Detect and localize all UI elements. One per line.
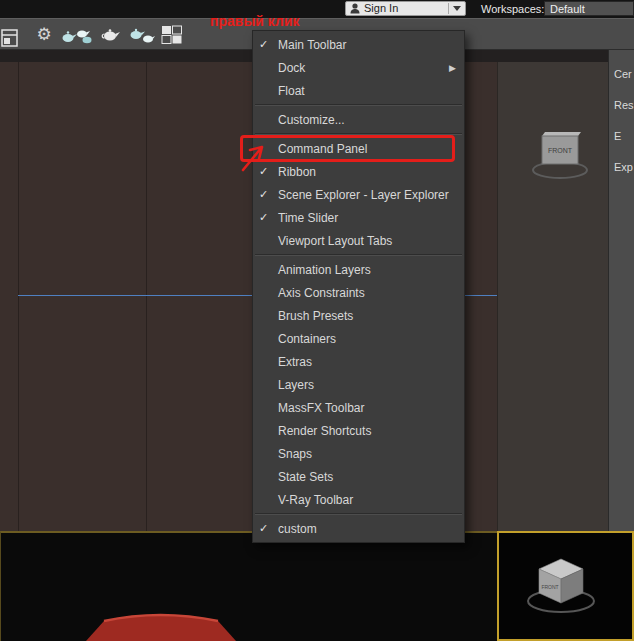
context-menu-list: ✓Main ToolbarDock▶FloatCustomize...Comma… — [253, 33, 464, 540]
menu-item-label: MassFX Toolbar — [278, 401, 459, 415]
viewport-bottom-left[interactable] — [0, 531, 497, 641]
submenu-arrow-icon: ▶ — [449, 63, 456, 73]
settings-gear-icon[interactable]: ⚙ — [32, 22, 56, 48]
menu-item-snaps[interactable]: Snaps — [253, 442, 464, 465]
menu-item-label: Brush Presets — [278, 309, 459, 323]
toolbar-context-menu: ✓Main ToolbarDock▶FloatCustomize...Comma… — [252, 30, 465, 543]
checkmark-icon: ✓ — [259, 211, 278, 224]
menu-item-dock[interactable]: Dock▶ — [253, 56, 464, 79]
right-click-annotation: правый клик — [210, 13, 300, 29]
chevron-down-icon — [453, 6, 461, 11]
menu-item-label: Ribbon — [278, 165, 459, 179]
menu-item-label: Main Toolbar — [278, 38, 459, 52]
divider — [448, 3, 449, 14]
menu-item-label: Render Shortcuts — [278, 424, 459, 438]
command-panel-strip: CerResEExp — [608, 50, 634, 531]
menu-item-scene-explorer-layer-explorer[interactable]: ✓Scene Explorer - Layer Explorer — [253, 183, 464, 206]
menu-item-label: Command Panel — [278, 142, 459, 156]
red-scene-object — [78, 612, 243, 641]
command-panel-partial-label[interactable]: E — [609, 130, 634, 161]
menu-item-label: custom — [278, 522, 459, 536]
menu-item-label: Customize... — [278, 113, 459, 127]
menu-item-main-toolbar[interactable]: ✓Main Toolbar — [253, 33, 464, 56]
workspace-value: Default — [550, 3, 585, 15]
menu-item-label: Axis Constraints — [278, 286, 459, 300]
teapot-pair-icon[interactable] — [126, 22, 156, 48]
menu-item-command-panel[interactable]: Command Panel — [253, 137, 464, 160]
menu-item-render-shortcuts[interactable]: Render Shortcuts — [253, 419, 464, 442]
command-panel-partial-label[interactable]: Res — [609, 99, 634, 130]
menu-item-animation-layers[interactable]: Animation Layers — [253, 258, 464, 281]
menu-item-state-sets[interactable]: State Sets — [253, 465, 464, 488]
menu-item-time-slider[interactable]: ✓Time Slider — [253, 206, 464, 229]
menu-item-label: Containers — [278, 332, 459, 346]
viewcube-perspective[interactable]: FRONT — [519, 551, 603, 625]
menu-item-ribbon[interactable]: ✓Ribbon — [253, 160, 464, 183]
menu-item-massfx-toolbar[interactable]: MassFX Toolbar — [253, 396, 464, 419]
teapot-group-icon[interactable] — [59, 22, 95, 48]
command-panel-partial-label[interactable]: Cer — [609, 68, 634, 99]
menu-item-label: Layers — [278, 378, 459, 392]
menu-item-axis-constraints[interactable]: Axis Constraints — [253, 281, 464, 304]
menu-item-label: State Sets — [278, 470, 459, 484]
annotation-arrow-icon — [234, 134, 276, 176]
menu-item-layers[interactable]: Layers — [253, 373, 464, 396]
menu-item-label: Scene Explorer - Layer Explorer — [278, 188, 459, 202]
menu-item-containers[interactable]: Containers — [253, 327, 464, 350]
uv-checker-icon[interactable] — [158, 22, 186, 48]
menu-item-v-ray-toolbar[interactable]: V-Ray Toolbar — [253, 488, 464, 511]
menu-item-label: V-Ray Toolbar — [278, 493, 459, 507]
menu-item-viewport-layout-tabs[interactable]: Viewport Layout Tabs — [253, 229, 464, 252]
workspaces-label: Workspaces: — [481, 3, 544, 15]
user-icon — [350, 3, 360, 14]
checkmark-icon: ✓ — [259, 522, 278, 535]
menu-item-label: Viewport Layout Tabs — [278, 234, 459, 248]
command-panel-partial-label[interactable]: Exp — [609, 161, 634, 192]
viewcube-perspective-label: FRONT — [541, 584, 558, 590]
checkmark-icon: ✓ — [259, 188, 278, 201]
menu-item-label: Dock — [278, 61, 449, 75]
checkmark-icon: ✓ — [259, 38, 278, 51]
sign-in-label: Sign In — [364, 2, 444, 15]
menu-separator — [255, 104, 462, 106]
menu-item-brush-presets[interactable]: Brush Presets — [253, 304, 464, 327]
viewcube-front[interactable]: FRONT — [524, 126, 598, 182]
menu-item-label: Float — [278, 84, 459, 98]
viewcube-front-label: FRONT — [548, 147, 573, 154]
viewport-layout-icon[interactable] — [1, 28, 19, 48]
menu-item-label: Time Slider — [278, 211, 459, 225]
menu-item-label: Animation Layers — [278, 263, 459, 277]
grid-line — [146, 62, 147, 531]
teapot-export-icon[interactable] — [98, 22, 124, 48]
menu-item-label: Snaps — [278, 447, 459, 461]
menu-item-customize[interactable]: Customize... — [253, 108, 464, 131]
titlebar: Sign In Workspaces: Default — [0, 0, 634, 18]
menu-separator — [255, 133, 462, 135]
workspace-select[interactable]: Default — [544, 1, 634, 16]
menu-separator — [255, 254, 462, 256]
menu-item-custom[interactable]: ✓custom — [253, 517, 464, 540]
sign-in-dropdown[interactable]: Sign In — [345, 1, 466, 16]
grid-line — [18, 62, 19, 531]
3dsmax-window: Sign In Workspaces: Default ⚙ — [0, 0, 634, 641]
menu-item-label: Extras — [278, 355, 459, 369]
menu-item-extras[interactable]: Extras — [253, 350, 464, 373]
menu-item-float[interactable]: Float — [253, 79, 464, 102]
menu-separator — [255, 513, 462, 515]
